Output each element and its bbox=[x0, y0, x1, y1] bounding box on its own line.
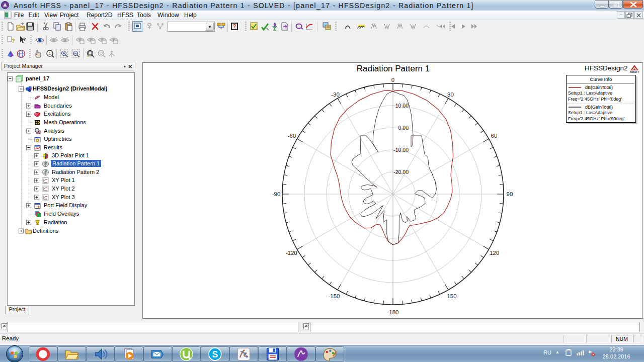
svg-text:30: 30 bbox=[447, 92, 454, 98]
svg-text:-120: -120 bbox=[286, 250, 297, 256]
svg-text:-60: -60 bbox=[288, 133, 296, 139]
svg-text:90: 90 bbox=[507, 191, 513, 197]
svg-text:0.00: 0.00 bbox=[398, 125, 409, 131]
svg-text:10.00: 10.00 bbox=[395, 103, 409, 109]
svg-text:-90: -90 bbox=[272, 191, 281, 197]
svg-text:S: S bbox=[212, 349, 218, 359]
svg-text:60: 60 bbox=[491, 133, 498, 139]
svg-text:150: 150 bbox=[447, 293, 456, 299]
svg-text:?: ? bbox=[233, 24, 236, 29]
svg-text:120: 120 bbox=[490, 250, 499, 256]
svg-text:-30: -30 bbox=[331, 92, 340, 98]
svg-text:?: ? bbox=[12, 38, 15, 44]
svg-text:0: 0 bbox=[391, 77, 394, 83]
svg-text:-20.00: -20.00 bbox=[393, 169, 409, 175]
svg-text:-150: -150 bbox=[328, 293, 340, 299]
svg-text:-180: -180 bbox=[387, 309, 398, 315]
svg-text:-10.00: -10.00 bbox=[393, 147, 409, 153]
svg-text:?: ? bbox=[23, 37, 26, 42]
svg-text:1: 1 bbox=[49, 51, 51, 56]
